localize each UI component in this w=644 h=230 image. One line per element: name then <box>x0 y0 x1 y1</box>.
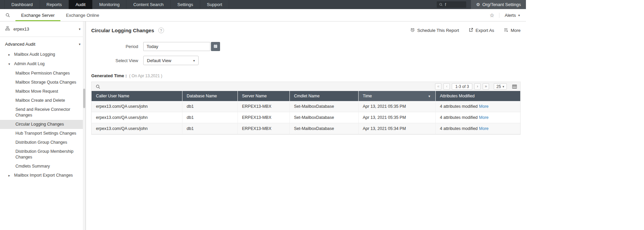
tree-item-distribution-group-changes[interactable]: Distribution Group Changes <box>0 138 86 147</box>
tree-item-mailbox-move-request[interactable]: Mailbox Move Request <box>0 87 86 96</box>
report-tree: ▸ Mailbox Audit Logging ▾ Admin Audit Lo… <box>0 50 86 180</box>
column-header-attributes-modified[interactable]: Attributes Modified <box>435 91 520 101</box>
column-chooser-icon[interactable] <box>512 84 517 89</box>
chevron-down-icon: ▾ <box>79 27 80 31</box>
column-header-server-name[interactable]: Server Name <box>237 91 289 101</box>
column-header-time[interactable]: ▼ Time <box>358 91 435 101</box>
schedule-report-button[interactable]: Schedule This Report <box>410 28 459 33</box>
cell-database-name: db1 <box>182 123 237 134</box>
tree-item-label: Mailbox Import Export Changes <box>14 173 73 178</box>
search-icon <box>439 2 443 8</box>
table-row[interactable]: erpex13.com/QA users/john db1 ERPEX13-MB… <box>92 112 520 123</box>
global-search-input[interactable]: f <box>437 1 466 8</box>
gear-icon: ⚙ <box>476 2 480 7</box>
report-table-area: « ‹ 1-3 of 3 › » 25 ▾ <box>91 82 521 135</box>
report-filter-form: Period Select View Default View <box>91 42 521 65</box>
column-header-caller-user-name[interactable]: Caller User Name <box>92 91 182 101</box>
org-tenant-settings-label: Org/Tenant Settings <box>482 2 521 7</box>
tree-item-mailbox-audit-logging[interactable]: ▸ Mailbox Audit Logging <box>0 50 86 59</box>
org-name: erpex13 <box>13 27 29 32</box>
org-tenant-settings-button[interactable]: ⚙ Org/Tenant Settings <box>471 0 526 9</box>
tree-item-mailbox-storage-quota-changes[interactable]: Mailbox Storage Quota Changes <box>0 78 86 87</box>
sidebar-scrollbar[interactable] <box>83 21 86 230</box>
attributes-text: 4 attributes modified <box>440 104 478 109</box>
report-actions: Schedule This Report Export As More <box>410 28 521 33</box>
calendar-button[interactable] <box>211 42 220 51</box>
table-row[interactable]: erpex13.com/QA users/john db1 ERPEX13-MB… <box>92 123 520 134</box>
nav-item-reports[interactable]: Reports <box>40 0 69 9</box>
app-window: Dashboard Reports Audit Monitoring Conte… <box>0 0 526 230</box>
tree-item-mailbox-create-and-delete[interactable]: Mailbox Create and Delete <box>0 96 86 105</box>
column-header-cmdlet-name[interactable]: Cmdlet Name <box>289 91 358 101</box>
main-content: Circular Logging Changes ? Schedule This… <box>86 21 526 230</box>
tree-item-cmdlets-summary[interactable]: Cmdlets Summary <box>0 162 86 171</box>
cell-attributes-modified: 4 attributes modifiedMore <box>435 112 520 123</box>
calendar-icon <box>213 44 218 49</box>
next-page-button[interactable]: › <box>474 83 481 90</box>
nav-item-settings[interactable]: Settings <box>171 0 200 9</box>
more-details-link[interactable]: More <box>479 126 488 131</box>
period-input[interactable] <box>143 42 210 51</box>
tab-exchange-server[interactable]: Exchange Server <box>15 9 60 21</box>
section-title: Advanced Audit <box>5 42 35 47</box>
table-toolbar: « ‹ 1-3 of 3 › » 25 ▾ <box>92 82 520 91</box>
nav-item-audit[interactable]: Audit <box>69 0 93 9</box>
cell-database-name: db1 <box>182 112 237 123</box>
page-title: Circular Logging Changes <box>91 28 154 33</box>
top-nav-right: f ⚙ Org/Tenant Settings <box>437 0 526 9</box>
tree-item-label: Mailbox Audit Logging <box>14 52 55 57</box>
cell-time: Apr 13, 2021 05:35 PM <box>358 112 435 123</box>
table-row[interactable]: erpex13.com/QA users/john db1 ERPEX13-MB… <box>92 101 520 112</box>
tree-item-mailbox-permission-changes[interactable]: Mailbox Permission Changes <box>0 69 86 78</box>
last-page-button[interactable]: » <box>483 83 489 90</box>
tree-item-hub-transport-settings-changes[interactable]: Hub Transport Settings Changes <box>0 129 86 138</box>
tab-exchange-online-label: Exchange Online <box>66 13 99 18</box>
tree-item-distribution-group-membership-changes[interactable]: Distribution Group Membership Changes <box>0 147 86 162</box>
export-as-button[interactable]: Export As <box>469 28 494 33</box>
nav-item-monitoring[interactable]: Monitoring <box>93 0 127 9</box>
cell-database-name: db1 <box>182 101 237 112</box>
first-page-button[interactable]: « <box>435 83 441 90</box>
alerts-dropdown[interactable]: Alerts ▾ <box>499 13 520 18</box>
help-icon[interactable]: ? <box>158 28 164 33</box>
nav-item-dashboard[interactable]: Dashboard <box>4 0 40 9</box>
column-header-database-name[interactable]: Database Name <box>182 91 237 101</box>
tab-bar: Exchange Server Exchange Online ☆ Alerts… <box>0 9 526 21</box>
attributes-text: 4 attributes modified <box>440 115 478 120</box>
tab-exchange-online[interactable]: Exchange Online <box>60 9 105 21</box>
more-label: More <box>511 28 521 33</box>
tree-item-mailbox-import-export-changes[interactable]: ▸ Mailbox Import Export Changes <box>0 171 86 180</box>
more-list-icon <box>503 28 508 33</box>
more-details-link[interactable]: More <box>479 115 488 120</box>
table-header-row: Caller User Name Database Name Server Na… <box>92 91 520 101</box>
org-selector[interactable]: erpex13 ▾ <box>0 21 86 37</box>
sort-desc-icon[interactable]: ▼ <box>428 95 431 98</box>
tab-bar-right: ☆ Alerts ▾ <box>485 9 526 21</box>
advanced-audit-section-header[interactable]: Advanced Audit ▾ <box>0 37 86 50</box>
view-select[interactable]: Default View ▾ <box>143 56 199 65</box>
page-size-value: 25 <box>496 84 501 89</box>
table-search-icon[interactable] <box>95 84 101 89</box>
page-size-select[interactable]: 25 ▾ <box>494 83 507 90</box>
cell-server-name: ERPEX13-MBX <box>237 123 289 134</box>
tree-item-circular-logging-changes[interactable]: Circular Logging Changes <box>0 120 86 129</box>
top-navigation: Dashboard Reports Audit Monitoring Conte… <box>0 0 526 9</box>
tree-item-send-and-receive-connector-changes[interactable]: Send and Receive Connector Changes <box>0 105 86 120</box>
sidebar: erpex13 ▾ Advanced Audit ▾ ▸ Mailbox Aud… <box>0 21 86 230</box>
nav-item-support[interactable]: Support <box>200 0 229 9</box>
nav-item-content-search[interactable]: Content Search <box>126 0 170 9</box>
top-nav-menu: Dashboard Reports Audit Monitoring Conte… <box>0 0 229 9</box>
alerts-label: Alerts <box>505 13 516 18</box>
tab-exchange-server-label: Exchange Server <box>21 13 55 18</box>
scrollbar-thumb[interactable] <box>83 89 85 108</box>
sidebar-search-icon[interactable] <box>0 9 15 21</box>
tree-item-admin-audit-log[interactable]: ▾ Admin Audit Log <box>0 59 86 69</box>
prev-page-button[interactable]: ‹ <box>443 83 450 90</box>
more-details-link[interactable]: More <box>479 104 488 109</box>
more-button[interactable]: More <box>503 28 521 33</box>
favorite-star-icon[interactable]: ☆ <box>485 12 499 18</box>
audit-report-table: Caller User Name Database Name Server Na… <box>92 91 520 134</box>
export-as-label: Export As <box>476 28 494 33</box>
cell-attributes-modified: 4 attributes modifiedMore <box>435 123 520 134</box>
cell-attributes-modified: 4 attributes modifiedMore <box>435 101 520 112</box>
